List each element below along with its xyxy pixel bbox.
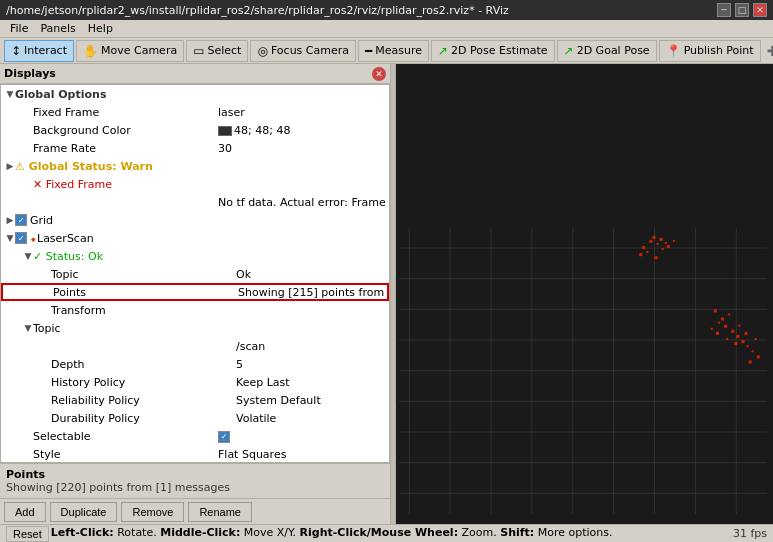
- toolbar: ↕ Interact ✋ Move Camera ▭ Select ◎ Focu…: [0, 38, 773, 64]
- reliability-policy-row[interactable]: Reliability Policy System Default: [1, 391, 389, 409]
- topic-ok-value: Ok: [236, 268, 387, 281]
- depth-value: 5: [236, 358, 387, 371]
- frame-rate-row[interactable]: Frame Rate 30: [1, 139, 389, 157]
- status-ok-row[interactable]: ▼ ✓ Status: Ok: [1, 247, 389, 265]
- svg-rect-25: [646, 251, 648, 253]
- svg-rect-28: [667, 245, 670, 248]
- background-color-value: 48; 48; 48: [218, 124, 387, 137]
- publish-point-icon: 📍: [666, 44, 681, 58]
- global-status-row[interactable]: ▶ ⚠ Global Status: Warn: [1, 157, 389, 175]
- svg-rect-46: [738, 325, 740, 327]
- scan-topic-row[interactable]: /scan: [1, 337, 389, 355]
- laserscan-icon: ⬥: [30, 232, 37, 245]
- remove-button[interactable]: Remove: [121, 502, 184, 522]
- fps-display: 31 fps: [733, 527, 767, 540]
- style-row[interactable]: Style Flat Squares: [1, 445, 389, 463]
- window-controls: ─ □ ✕: [717, 3, 767, 17]
- minimize-button[interactable]: ─: [717, 3, 731, 17]
- svg-rect-29: [673, 240, 675, 242]
- svg-rect-31: [714, 309, 717, 312]
- displays-tree[interactable]: ▼ Global Options Fixed Frame laser Ba: [0, 84, 390, 463]
- background-color-row[interactable]: Background Color 48; 48; 48: [1, 121, 389, 139]
- publish-point-button[interactable]: 📍 Publish Point: [659, 40, 761, 62]
- global-options-row[interactable]: ▼ Global Options: [1, 85, 389, 103]
- points-row[interactable]: Points Showing [215] points from [1] mes…: [1, 283, 389, 301]
- grid-checkbox[interactable]: [15, 214, 27, 226]
- reset-button[interactable]: Reset: [6, 526, 49, 542]
- svg-rect-24: [665, 242, 667, 244]
- duplicate-button[interactable]: Duplicate: [50, 502, 118, 522]
- interact-icon: ↕: [11, 44, 21, 58]
- topic-ok-row[interactable]: Topic Ok: [1, 265, 389, 283]
- svg-rect-32: [721, 318, 724, 321]
- fixed-frame-label: Fixed Frame: [33, 106, 99, 119]
- topic-ok-label: Topic: [51, 268, 79, 281]
- svg-rect-23: [660, 238, 663, 241]
- transform-label: Transform: [51, 304, 106, 317]
- laserscan-row[interactable]: ▼ ⬥ LaserScan: [1, 229, 389, 247]
- menu-help[interactable]: Help: [82, 20, 119, 37]
- bottom-buttons: Add Duplicate Remove Rename: [0, 498, 390, 524]
- goal-pose-button[interactable]: ↗ 2D Goal Pose: [557, 40, 657, 62]
- depth-row[interactable]: Depth 5: [1, 355, 389, 373]
- fixed-frame-error-label: ✕ Fixed Frame: [33, 178, 112, 191]
- svg-rect-44: [752, 350, 754, 352]
- measure-button[interactable]: ━ Measure: [358, 40, 429, 62]
- focus-camera-button[interactable]: ◎ Focus Camera: [250, 40, 356, 62]
- topic-section-row[interactable]: ▼ Topic: [1, 319, 389, 337]
- select-button[interactable]: ▭ Select: [186, 40, 248, 62]
- selectable-value: [218, 429, 387, 443]
- history-policy-value: Keep Last: [236, 376, 387, 389]
- rviz-viewport[interactable]: [396, 64, 773, 524]
- style-label: Style: [33, 448, 61, 461]
- tf-error-row[interactable]: No tf data. Actual error: Frame [laser] …: [1, 193, 389, 211]
- svg-rect-34: [724, 325, 727, 328]
- add-button[interactable]: Add: [4, 502, 46, 522]
- selectable-label: Selectable: [33, 430, 90, 443]
- right-click-label: Right-Click/Mouse Wheel:: [300, 526, 458, 539]
- svg-rect-19: [642, 246, 645, 249]
- pose-estimate-icon: ↗: [438, 44, 448, 58]
- displays-close-button[interactable]: ✕: [372, 67, 386, 81]
- menu-panels[interactable]: Panels: [34, 20, 81, 37]
- svg-rect-21: [657, 243, 659, 245]
- shift-desc: More options.: [538, 526, 613, 539]
- transform-row[interactable]: Transform: [1, 301, 389, 319]
- background-color-label: Background Color: [33, 124, 131, 137]
- middle-click-desc: Move X/Y.: [244, 526, 300, 539]
- svg-rect-37: [736, 335, 739, 338]
- measure-icon: ━: [365, 44, 372, 58]
- svg-rect-38: [711, 328, 713, 330]
- durability-policy-row[interactable]: Durability Policy Volatile: [1, 409, 389, 427]
- laserscan-checkbox[interactable]: [15, 232, 27, 244]
- interact-button[interactable]: ↕ Interact: [4, 40, 74, 62]
- selectable-row[interactable]: Selectable: [1, 427, 389, 445]
- svg-rect-42: [726, 338, 728, 340]
- svg-rect-47: [757, 355, 760, 358]
- move-camera-button[interactable]: ✋ Move Camera: [76, 40, 184, 62]
- pose-estimate-button[interactable]: ↗ 2D Pose Estimate: [431, 40, 555, 62]
- status-ok-label: ✓ Status: Ok: [33, 250, 103, 263]
- rename-button[interactable]: Rename: [188, 502, 252, 522]
- fixed-frame-error-row[interactable]: ✕ Fixed Frame: [1, 175, 389, 193]
- fixed-frame-row[interactable]: Fixed Frame laser: [1, 103, 389, 121]
- left-click-label: Left-Click:: [51, 526, 114, 539]
- middle-click-label: Middle-Click:: [160, 526, 240, 539]
- svg-rect-27: [662, 248, 664, 250]
- close-button[interactable]: ✕: [753, 3, 767, 17]
- maximize-button[interactable]: □: [735, 3, 749, 17]
- add-tool-button[interactable]: ✚: [767, 43, 773, 59]
- background-color-swatch: [218, 126, 232, 136]
- menu-file[interactable]: File: [4, 20, 34, 37]
- history-policy-row[interactable]: History Policy Keep Last: [1, 373, 389, 391]
- title-bar: /home/jetson/rplidar2_ws/install/rplidar…: [0, 0, 773, 20]
- selectable-checkbox[interactable]: [218, 431, 230, 443]
- laserscan-arrow: ▼: [5, 233, 15, 243]
- svg-rect-35: [731, 330, 734, 333]
- footer-left: Reset Left-Click: Rotate. Middle-Click: …: [6, 526, 613, 542]
- pose-estimate-label: 2D Pose Estimate: [451, 44, 548, 57]
- reliability-policy-label: Reliability Policy: [51, 394, 140, 407]
- grid-row[interactable]: ▶ Grid: [1, 211, 389, 229]
- frame-rate-label: Frame Rate: [33, 142, 96, 155]
- scan-topic-value: /scan: [236, 340, 387, 353]
